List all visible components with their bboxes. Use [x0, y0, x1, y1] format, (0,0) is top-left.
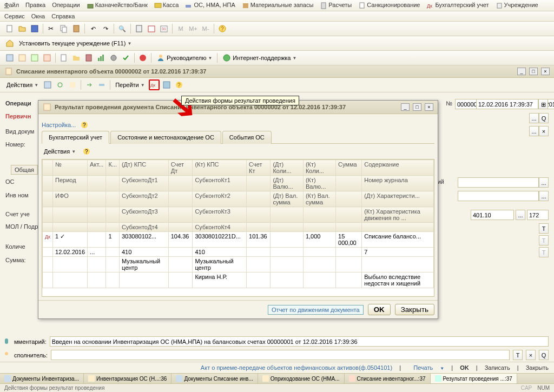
tab-location[interactable]: Состояние и местонахождение ОС — [110, 131, 221, 144]
grid-cell[interactable]: 30308010221D... — [193, 232, 247, 248]
wintab-3[interactable]: Документы Списание инв... — [172, 374, 258, 383]
close-doc-button[interactable]: × — [541, 68, 550, 75]
menu-windows[interactable]: Окна — [31, 13, 45, 19]
grid-cell[interactable] — [168, 257, 193, 273]
grid-header-cell[interactable]: Счет Кт — [247, 160, 271, 176]
m-minus-button[interactable]: M- — [200, 23, 211, 34]
grid-cell[interactable] — [88, 257, 106, 273]
dlg-help2-button[interactable]: ? — [81, 146, 92, 157]
nav-btn-8[interactable] — [96, 52, 107, 63]
grid-cell[interactable]: 15 000,00 — [336, 232, 362, 248]
grid-header-cell[interactable] — [247, 223, 271, 232]
grid-header-cell[interactable]: Номер журнала — [362, 176, 434, 191]
grid-cell[interactable] — [271, 273, 303, 288]
grid-header-cell[interactable]: СубконтоКт1 — [193, 176, 247, 191]
grid-header-cell[interactable] — [271, 207, 303, 223]
dlg-min-button[interactable]: _ — [401, 103, 410, 111]
field-4[interactable] — [458, 191, 539, 201]
grid-header-cell[interactable]: СубконтоКт2 — [193, 191, 247, 207]
lookup-x2[interactable]: × — [539, 126, 549, 136]
grid-cell[interactable]: Выбыло вследствие недостач и хищений — [362, 273, 434, 288]
grid-header-cell[interactable] — [168, 191, 193, 207]
redo-button[interactable]: ↷ — [100, 23, 111, 34]
grid-header-cell[interactable] — [247, 176, 271, 191]
grid-cell[interactable] — [106, 257, 120, 273]
grid-header-cell[interactable] — [303, 223, 335, 232]
grid-header-cell[interactable] — [336, 176, 362, 191]
t-btn-2[interactable]: T — [539, 235, 549, 245]
grid-header-cell[interactable] — [88, 191, 106, 207]
grid-header-cell[interactable] — [168, 223, 193, 232]
doc-actions-menu[interactable]: Действия▼ — [4, 82, 41, 88]
grid-header-cell[interactable]: СубконтоКт4 — [193, 223, 247, 232]
nav-btn-10[interactable] — [121, 52, 131, 63]
undo-button[interactable]: ↶ — [88, 23, 98, 34]
grid-cell[interactable]: 1 ✓ — [53, 232, 88, 248]
acc-btn-1[interactable]: ... — [516, 210, 525, 220]
grid-cell[interactable] — [336, 273, 362, 288]
grid-cell[interactable] — [106, 273, 120, 288]
comment-input[interactable] — [50, 336, 549, 347]
m-button[interactable]: M — [175, 23, 186, 34]
btn-4[interactable]: ... — [539, 191, 549, 201]
grid-header-cell[interactable]: СубконтоДт3 — [119, 207, 168, 223]
grid-cell[interactable] — [168, 273, 193, 288]
menu-calc[interactable]: Расчеты — [320, 2, 352, 9]
grid-header-cell[interactable] — [336, 207, 362, 223]
grid-cell[interactable]: 410 — [119, 248, 168, 257]
menu-treasury[interactable]: Казначейство/Банк — [87, 2, 148, 9]
grid-header-cell[interactable] — [168, 176, 193, 191]
grid-cell[interactable]: 1 — [106, 232, 120, 248]
grid-cell[interactable]: ... — [88, 248, 106, 257]
lookup-q1[interactable]: Q — [539, 113, 549, 123]
grid-cell[interactable] — [303, 248, 335, 257]
grid-header-cell[interactable] — [88, 223, 106, 232]
grid-cell[interactable]: Кирина Н.Р. — [193, 273, 247, 288]
ok-button[interactable]: OK — [368, 304, 391, 315]
nav-btn-7[interactable] — [83, 52, 94, 63]
grid-cell[interactable] — [336, 248, 362, 257]
calc-button[interactable] — [134, 23, 144, 34]
grid-header-cell[interactable] — [106, 191, 120, 207]
grid-cell[interactable]: Музыкальный центр — [193, 257, 247, 273]
maximize-button[interactable]: □ — [529, 68, 538, 75]
grid-header-cell[interactable]: СубконтоДт4 — [119, 223, 168, 232]
grid-cell[interactable] — [271, 232, 303, 248]
grid-header-cell[interactable] — [106, 207, 120, 223]
menu-edit[interactable]: Правка — [25, 2, 45, 9]
new-doc-button[interactable] — [4, 23, 15, 34]
tab-events[interactable]: События ОС — [222, 131, 272, 144]
support-menu[interactable]: Интернет-поддержка▼ — [220, 54, 299, 62]
menu-institution[interactable]: Учреждение — [496, 2, 538, 9]
grid-header-cell[interactable] — [362, 223, 434, 232]
dlg-close-button[interactable]: × — [425, 103, 433, 111]
institution-icon-button[interactable] — [4, 38, 15, 49]
grid-cell[interactable]: 303080102... — [119, 232, 168, 248]
nav-btn-5[interactable] — [58, 52, 69, 63]
leader-menu[interactable]: Руководителю▼ — [154, 54, 214, 62]
grid-cell[interactable] — [303, 273, 335, 288]
grid-header-cell[interactable]: (Кт) Коли... — [303, 160, 335, 176]
dlg-actions-menu[interactable]: Действия▼ — [42, 148, 78, 155]
close-button[interactable]: Закрыть — [395, 304, 434, 315]
grid-header-cell[interactable]: СубконтоДт2 — [119, 191, 168, 207]
grid-header-cell[interactable]: СубконтоДт1 — [119, 176, 168, 191]
grid-cell[interactable]: 1,000 — [303, 232, 335, 248]
menu-service[interactable]: Сервис — [4, 13, 25, 19]
menu-cash[interactable]: Касса — [154, 2, 179, 9]
grid-header-cell[interactable] — [336, 223, 362, 232]
grid-header-cell[interactable] — [88, 207, 106, 223]
nav-btn-2[interactable] — [17, 52, 28, 63]
bottom-close-button[interactable]: Закрыть — [526, 364, 549, 371]
menu-materials[interactable]: Материальные запасы — [242, 2, 314, 9]
menu-operations[interactable]: Операции — [52, 2, 80, 9]
grid-cell[interactable]: 104.36 — [168, 232, 193, 248]
nav-btn-1[interactable] — [4, 52, 15, 63]
wintab-4[interactable]: Оприходование ОС (НМА... — [258, 374, 345, 383]
grid-cell[interactable] — [106, 248, 120, 257]
t-btn-3[interactable]: T — [539, 247, 549, 257]
nav-btn-4[interactable] — [42, 52, 52, 63]
date-button[interactable]: 31 — [159, 23, 169, 34]
grid-header-cell[interactable] — [168, 207, 193, 223]
grid-header-cell[interactable]: Период — [53, 176, 88, 191]
